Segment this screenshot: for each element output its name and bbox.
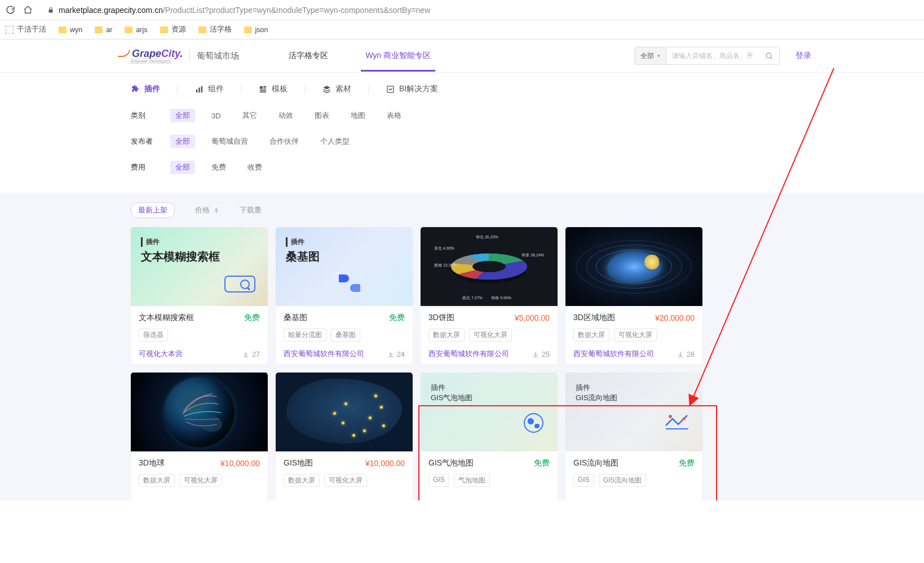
reload-icon[interactable] (6, 5, 15, 15)
filter-opt[interactable]: 3D (206, 110, 226, 122)
filter-opt[interactable]: 全部 (170, 161, 195, 174)
tag[interactable]: 可视化大屏 (614, 329, 657, 342)
bookmark-item[interactable]: json (244, 26, 268, 34)
logo-swoosh-icon (118, 50, 130, 57)
product-card[interactable]: 插件 桑基图 桑基图免费 能量分流图桑基图 西安葡萄城软件有限公司24 (276, 227, 413, 365)
filter-opt[interactable]: 个人类型 (315, 135, 355, 148)
bookmark-item[interactable]: wyn (59, 26, 82, 34)
product-card[interactable]: 3D地球¥10,000.00 数据大屏可视化大屏 (131, 373, 268, 500)
tab-template[interactable]: 模板 (258, 84, 288, 94)
home-icon[interactable] (23, 5, 33, 15)
product-card[interactable]: GIS地图¥10,000.00 数据大屏可视化大屏 (276, 373, 413, 500)
search-icon[interactable] (759, 52, 779, 60)
bookmark-item[interactable]: arjs (125, 26, 147, 34)
filter-publisher: 发布者 全部 葡萄城自营 合作伙伴 个人类型 (131, 135, 924, 148)
folder-icon (59, 26, 67, 33)
plugin-badge: 插件 (576, 383, 702, 393)
tag[interactable]: GIS (428, 474, 449, 487)
filter-opt[interactable]: 收费 (242, 161, 267, 174)
filter-opt[interactable]: 全部 (170, 135, 195, 148)
product-card[interactable]: 3D区域地图¥20,000.00 数据大屏可视化大屏 西安葡萄城软件有限公司28 (565, 227, 702, 365)
folder-icon (95, 26, 103, 33)
tag[interactable]: 数据大屏 (428, 329, 465, 342)
tab-asset[interactable]: 素材 (322, 84, 351, 94)
filter-opt[interactable]: 其它 (237, 109, 262, 122)
folder-icon (160, 26, 168, 33)
sort-price[interactable]: 价格▲▼ (195, 205, 219, 215)
sankey-icon (339, 272, 360, 294)
svg-rect-0 (49, 10, 53, 13)
svg-rect-5 (259, 86, 262, 88)
lock-icon (47, 6, 54, 14)
svg-rect-2 (196, 89, 197, 92)
svg-rect-4 (201, 86, 202, 92)
bookmark-item[interactable]: 活字格 (198, 25, 232, 34)
plugin-title: GIS气泡地图 (431, 393, 558, 403)
globe-icon (164, 377, 235, 447)
template-icon (258, 85, 267, 94)
tag[interactable]: 筛选器 (139, 329, 168, 342)
sub-header: 插件 组件 模板 素材 BI解决方案 类别 全部 3D 其它 动效 图表 地图 … (0, 72, 924, 192)
filter-opt[interactable]: 地图 (346, 109, 370, 122)
bar-icon (194, 85, 204, 94)
search-category-select[interactable]: 全部 ▾ (635, 47, 666, 64)
card-thumb: 插件 桑基图 (276, 227, 413, 306)
bookmark-item[interactable]: ar (95, 26, 112, 34)
bookmarks-bar: 干活干活 wyn ar arjs 资源 活字格 json (0, 20, 924, 39)
vendor-link[interactable]: 西安葡萄城软件有限公司 (428, 349, 509, 359)
china-map-icon (286, 379, 401, 444)
filter-opt[interactable]: 合作伙伴 (264, 135, 304, 148)
tab-component[interactable]: 组件 (194, 84, 224, 94)
vendor-link[interactable]: 西安葡萄城软件有限公司 (284, 349, 364, 359)
filter-opt[interactable]: 免费 (206, 161, 231, 174)
tag[interactable]: 气泡地图 (454, 474, 490, 487)
card-title: 3D区域地图 (573, 313, 615, 323)
tag[interactable]: 数据大屏 (573, 329, 609, 342)
svg-point-13 (683, 418, 686, 420)
filter-opt[interactable]: 表格 (382, 109, 406, 122)
filter-opt[interactable]: 图表 (310, 109, 334, 122)
filter-label: 类别 (131, 110, 170, 121)
address-bar[interactable]: marketplace.grapecity.com.cn/ProductList… (41, 3, 437, 17)
tag[interactable]: GIS (573, 474, 594, 487)
svg-rect-3 (198, 87, 200, 92)
card-thumb: 插件 文本模糊搜索框 (131, 227, 268, 306)
pie-label: 东北 4.90% (434, 246, 454, 251)
search-input[interactable] (666, 52, 759, 60)
card-title: GIS气泡地图 (428, 458, 474, 468)
tag[interactable]: 桑基图 (331, 329, 360, 342)
tab-bi[interactable]: BI解决方案 (386, 84, 438, 94)
tag[interactable]: 数据大屏 (139, 474, 175, 487)
tag[interactable]: GIS流向地图 (599, 474, 647, 487)
tag[interactable]: 可视化大屏 (324, 474, 367, 487)
vendor-link[interactable]: 可视化大本营 (139, 349, 183, 359)
main-nav: 活字格专区 Wyn 商业智能专区 (284, 41, 435, 72)
svg-rect-7 (263, 88, 266, 88)
bookmark-item[interactable]: 干活干活 (6, 25, 46, 34)
tag[interactable]: 可视化大屏 (179, 474, 222, 487)
nav-wyn[interactable]: Wyn 商业智能专区 (361, 41, 435, 72)
tab-plugin[interactable]: 插件 (131, 84, 160, 94)
content-area: 最新上架 价格▲▼ 下载量 插件 文本模糊搜索框 文本模糊搜索框免费 筛选器 可… (0, 192, 924, 500)
product-card[interactable]: 插件 GIS气泡地图 GIS气泡地图免费 GIS气泡地图 (421, 373, 558, 500)
product-card[interactable]: 插件 GIS流向地图 GIS流向地图免费 GISGIS流向地图 (565, 373, 702, 500)
logo-block[interactable]: GrapeCity. Empower Developers 葡萄城市场 (118, 48, 239, 64)
product-card[interactable]: 插件 文本模糊搜索框 文本模糊搜索框免费 筛选器 可视化大本营27 (131, 227, 268, 365)
tag[interactable]: 能量分流图 (284, 329, 326, 342)
tag[interactable]: 可视化大屏 (469, 329, 512, 342)
sort-downloads[interactable]: 下载量 (240, 205, 262, 215)
nav-huozige[interactable]: 活字格专区 (284, 41, 333, 72)
filter-opt[interactable]: 葡萄城自营 (206, 135, 253, 148)
svg-point-1 (766, 53, 771, 58)
vendor-link[interactable]: 西安葡萄城软件有限公司 (573, 349, 654, 359)
sort-newest[interactable]: 最新上架 (131, 202, 175, 218)
product-card[interactable]: 华北 26.23% 华东 38.24% 华南 9.96% 西北 7.27% 西南… (421, 227, 558, 365)
bookmark-item[interactable]: 资源 (160, 25, 186, 34)
tag[interactable]: 数据大屏 (284, 474, 320, 487)
flow-map-icon (665, 413, 688, 430)
login-link[interactable]: 登录 (795, 51, 811, 61)
card-price: 免费 (534, 458, 550, 468)
filter-opt[interactable]: 全部 (170, 109, 195, 122)
download-count: 27 (242, 351, 260, 358)
filter-opt[interactable]: 动效 (273, 109, 298, 122)
